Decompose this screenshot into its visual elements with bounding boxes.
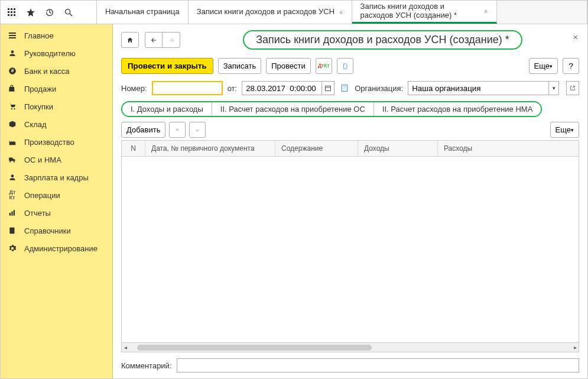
org-label: Организация: [355,84,403,93]
number-input[interactable] [152,81,223,95]
sidebar-item-label: ОС и НМА [24,156,61,164]
title-row: Запись книги доходов и расходов УСН (соз… [121,30,579,50]
apps-icon[interactable] [7,7,17,18]
home-button[interactable] [121,32,139,48]
svg-rect-21 [11,212,12,216]
sub-tab-nma[interactable]: II. Расчет расходов на приобретение НМА [374,102,541,116]
sidebar-item-operations[interactable]: ДтКт Операции [1,186,112,204]
date-input[interactable] [242,81,321,95]
sidebar-item-label: Покупки [24,102,53,111]
svg-point-18 [9,161,11,162]
sub-tab-os[interactable]: II. Расчет расходов на приобретение ОС [212,102,374,116]
document-icon-button[interactable] [337,58,353,74]
sidebar-item-label: Администрирование [24,244,98,253]
scroll-right-icon[interactable]: ▸ [571,344,579,351]
gear-icon [8,244,17,253]
nav-group [145,32,180,48]
sidebar-item-label: Справочники [24,226,71,235]
search-icon[interactable] [63,7,74,18]
star-icon[interactable] [25,7,36,18]
sidebar-item-bank[interactable]: ₽ Банк и касса [1,62,112,80]
svg-rect-7 [11,14,12,16]
tab-record-create[interactable]: Запись книги доходов и расходов УСН (соз… [352,1,497,24]
sidebar-item-admin[interactable]: Администрирование [1,239,112,257]
sidebar-item-sales[interactable]: Продажи [1,80,112,98]
sidebar-item-warehouse[interactable]: Склад [1,115,112,133]
sidebar-item-catalogs[interactable]: Справочники [1,222,112,239]
page-title: Запись книги доходов и расходов УСН (соз… [243,30,522,50]
post-close-button[interactable]: Провести и закрыть [121,58,213,74]
svg-rect-8 [14,14,15,16]
tab-records[interactable]: Записи книги доходов и расходов УСН × [189,1,352,24]
add-button[interactable]: Добавить [121,122,165,138]
org-input[interactable] [408,81,548,95]
form-icon[interactable] [339,84,350,92]
sidebar-item-purchases[interactable]: Покупки [1,98,112,115]
sidebar-item-manager[interactable]: Руководителю [1,44,112,62]
person-icon [8,48,17,58]
scroll-thumb[interactable] [137,345,372,351]
grid-body[interactable] [122,157,579,342]
box-icon [8,119,17,129]
tab-home[interactable]: Начальная страница [97,1,189,24]
sidebar-item-label: Зарплата и кадры [24,173,89,182]
chart-icon [8,208,17,218]
calendar-icon[interactable] [321,81,334,95]
col-date-doc[interactable]: Дата, № первичного документа [145,141,275,156]
sidebar-item-hr[interactable]: Зарплата и кадры [1,169,112,186]
from-label: от: [228,84,238,93]
sidebar-item-label: Руководителю [24,49,76,58]
comment-row: Комментарий: [121,358,579,372]
move-down-button[interactable] [189,122,206,138]
scroll-left-icon[interactable]: ◂ [122,344,129,351]
sidebar-item-production[interactable]: Производство [1,133,112,151]
svg-rect-1 [11,8,12,10]
sidebar-item-assets[interactable]: ОС и НМА [1,151,112,169]
sub-tabs: I. Доходы и расходы II. Расчет расходов … [121,101,542,117]
svg-line-10 [70,14,72,16]
grid-more-button[interactable]: Еще ▾ [550,122,579,138]
dtkt-icon: ДтКт [8,190,17,200]
help-button[interactable]: ? [563,58,579,74]
scroll-track[interactable] [137,345,563,351]
back-button[interactable] [145,32,163,48]
close-icon[interactable]: × [339,9,343,16]
tabs: Начальная страница Записи книги доходов … [97,1,587,24]
post-button[interactable]: Провести [266,58,311,74]
col-expense[interactable]: Расходы [438,141,579,156]
close-icon[interactable]: × [484,8,488,15]
svg-point-17 [14,108,15,109]
forward-button[interactable] [163,32,180,48]
horizontal-scrollbar[interactable]: ◂ ▸ [122,342,579,352]
svg-rect-5 [14,11,15,13]
tab-empty [497,1,587,24]
chevron-down-icon[interactable]: ▾ [548,81,559,95]
top-tools [1,1,97,24]
col-income[interactable]: Доходы [358,141,438,156]
sub-tab-income[interactable]: I. Доходы и расходы [122,102,212,116]
save-button[interactable]: Записать [218,58,262,74]
number-label: Номер: [121,84,147,93]
grid-header: N Дата, № первичного документа Содержани… [122,141,579,157]
history-icon[interactable] [44,7,55,18]
top-bar: Начальная страница Записи книги доходов … [1,1,587,24]
col-n[interactable]: N [122,141,145,156]
truck-icon [8,155,17,164]
svg-point-19 [14,161,15,162]
grid: N Дата, № первичного документа Содержани… [121,140,579,352]
dtkt-button[interactable]: ДтКт [316,58,332,74]
popout-icon[interactable] [566,81,579,95]
form-row: Номер: от: Организация: ▾ [121,81,579,95]
sidebar-item-reports[interactable]: Отчеты [1,204,112,222]
book-icon [8,226,17,235]
close-icon[interactable]: × [573,33,578,42]
move-up-button[interactable] [169,122,186,138]
col-content[interactable]: Содержание [275,141,358,156]
more-button[interactable]: Еще ▾ [529,58,558,74]
svg-rect-3 [8,11,9,13]
svg-rect-4 [11,11,12,13]
svg-rect-2 [14,8,15,10]
sidebar-item-label: Главное [24,31,54,40]
sidebar-item-main[interactable]: Главное [1,27,112,44]
comment-input[interactable] [177,358,580,372]
